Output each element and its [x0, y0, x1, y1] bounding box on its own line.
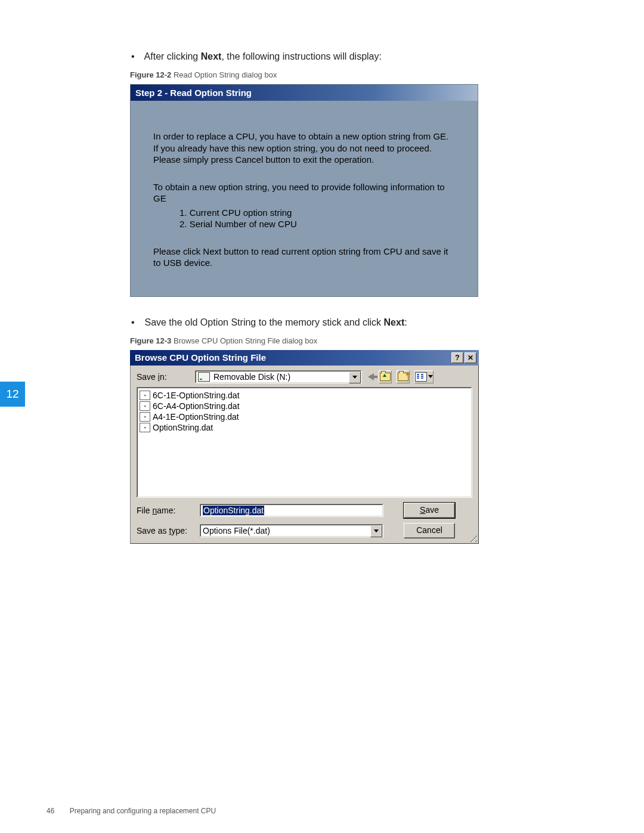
- list-item[interactable]: ▪ OptionString.dat: [140, 422, 469, 433]
- filename-label: File name:: [137, 506, 200, 515]
- back-icon[interactable]: [368, 373, 374, 380]
- browse-file-dialog: Browse CPU Option String File ? ✕ Save i…: [130, 350, 479, 544]
- figure-2-wrap: Browse CPU Option String File ? ✕ Save i…: [130, 350, 590, 544]
- list-item[interactable]: ▪ A4-1E-OptionString.dat: [140, 411, 469, 422]
- chevron-down-icon: [428, 375, 433, 378]
- list-item[interactable]: ▪ 6C-1E-OptionString.dat: [140, 390, 469, 401]
- saveastype-dropdown[interactable]: Options File(*.dat): [200, 524, 383, 537]
- dialog2-client: Save in: Removable Disk (N:) ✱: [130, 366, 479, 544]
- dropdown-arrow-icon[interactable]: [349, 371, 361, 383]
- dialog1-para3: Please click Next button to read current…: [153, 246, 455, 269]
- list-view-icon: [415, 372, 427, 382]
- bullet-line-2: • Save the old Option String to the memo…: [131, 317, 590, 328]
- view-menu-button[interactable]: [414, 370, 434, 383]
- savein-dropdown[interactable]: Removable Disk (N:): [195, 370, 362, 383]
- bullet-dot-2: •: [131, 317, 142, 328]
- dialog1-para1: In order to replace a CPU, you have to o…: [153, 131, 455, 166]
- dropdown-arrow-icon[interactable]: [370, 525, 382, 537]
- file-name: A4-1E-OptionString.dat: [153, 412, 239, 422]
- saveastype-value: Options File(*.dat): [203, 526, 270, 535]
- bullet-line-1: • After clicking Next, the following ins…: [131, 51, 590, 62]
- dialog2-title-text: Browse CPU Option String File: [135, 352, 266, 363]
- bullet-dot: •: [131, 51, 142, 62]
- file-name: OptionString.dat: [153, 423, 213, 432]
- footer-text: Preparing and configuring a replacement …: [70, 807, 216, 815]
- intro1-pre: After clicking: [144, 51, 201, 61]
- save-button[interactable]: Save: [404, 503, 455, 518]
- read-option-string-dialog: Step 2 - Read Option String In order to …: [130, 84, 478, 297]
- filename-input[interactable]: OptionString.dat: [200, 504, 383, 517]
- figure-caption-2: Figure 12-3 Browse CPU Option String Fil…: [130, 336, 590, 345]
- drive-icon: [198, 372, 210, 382]
- resize-grip[interactable]: [469, 534, 477, 542]
- close-button[interactable]: ✕: [465, 352, 476, 363]
- file-name: 6C-A4-OptionString.dat: [153, 401, 240, 411]
- dialog1-li2: 2. Serial Number of new CPU: [179, 218, 455, 230]
- savein-value: Removable Disk (N:): [213, 372, 290, 382]
- savein-label: Save in:: [137, 372, 195, 382]
- caption2-rest: Browse CPU Option String File dialog box: [171, 336, 317, 345]
- intro1-bold: Next: [201, 51, 222, 61]
- caption1-bold: Figure 12-2: [130, 70, 171, 79]
- page-footer: 46 Preparing and configuring a replaceme…: [47, 807, 216, 815]
- dialog1-body: In order to replace a CPU, you have to o…: [131, 101, 478, 296]
- figure-1-wrap: Step 2 - Read Option String In order to …: [130, 84, 590, 297]
- help-button[interactable]: ?: [451, 352, 463, 363]
- intro2-pre: Save the old Option String to the memory…: [144, 317, 383, 327]
- file-icon: ▪: [140, 391, 150, 400]
- dialog2-titlebar[interactable]: Browse CPU Option String File ? ✕: [130, 350, 479, 366]
- intro2-bold: Next: [384, 317, 405, 327]
- intro2-post: :: [404, 317, 407, 327]
- caption1-rest: Read Option String dialog box: [171, 70, 277, 79]
- page-number: 46: [47, 807, 54, 815]
- file-name: 6C-1E-OptionString.dat: [153, 391, 240, 400]
- file-icon: ▪: [140, 401, 150, 411]
- dialog1-li1: 1. Current CPU option string: [179, 207, 455, 219]
- file-icon: ▪: [140, 412, 150, 422]
- up-one-level-button[interactable]: [379, 370, 392, 383]
- folder-up-icon: [380, 373, 391, 381]
- cancel-button[interactable]: Cancel: [404, 523, 455, 538]
- file-list[interactable]: ▪ 6C-1E-OptionString.dat ▪ 6C-A4-OptionS…: [137, 387, 472, 498]
- caption2-bold: Figure 12-3: [130, 336, 171, 345]
- intro1-post: , the following instructions will displa…: [221, 51, 382, 61]
- chapter-tab: 12: [0, 382, 25, 407]
- dialog1-para2: To obtain a new option string, you need …: [153, 181, 455, 205]
- file-icon: ▪: [140, 423, 150, 432]
- folder-new-icon: ✱: [398, 373, 408, 381]
- saveastype-label: Save as type:: [137, 526, 200, 535]
- new-folder-button[interactable]: ✱: [397, 370, 410, 383]
- filename-value: OptionString.dat: [203, 506, 264, 515]
- list-item[interactable]: ▪ 6C-A4-OptionString.dat: [140, 401, 469, 411]
- dialog1-titlebar: Step 2 - Read Option String: [131, 85, 478, 101]
- figure-caption-1: Figure 12-2 Read Option String dialog bo…: [130, 70, 590, 79]
